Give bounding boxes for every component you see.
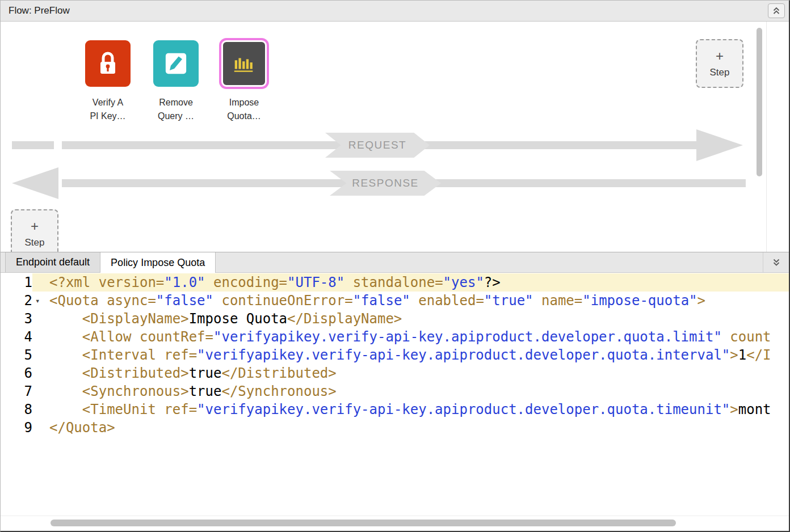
pencil-icon xyxy=(153,40,199,87)
code-text[interactable]: <DisplayName>Impose Quota</DisplayName> xyxy=(49,310,789,328)
plus-icon: + xyxy=(31,219,39,233)
code-line-7: 7 <Synchronous>true</Synchronous> xyxy=(1,382,789,400)
response-arrowhead-icon xyxy=(12,167,58,199)
code-text[interactable]: <Interval ref="verifyapikey.verify-api-k… xyxy=(49,346,789,364)
flow-canvas: REQUEST RESPONSE Verify API Key…RemoveQu… xyxy=(1,22,789,252)
policy-impose-quota[interactable]: ImposeQuota… xyxy=(217,40,271,123)
collapse-flow-panel-button[interactable] xyxy=(768,3,785,18)
code-text[interactable]: <Distributed>true</Distributed> xyxy=(49,364,789,382)
code-line-body: </Quota> xyxy=(32,419,789,437)
api-proxy-flow-editor: Flow: PreFlow REQUEST RESPONSE Verify AP… xyxy=(0,0,790,532)
line-number: 8 xyxy=(1,400,32,419)
tab-list: Endpoint defaultPolicy Impose Quota xyxy=(1,252,763,272)
policy-list: Verify API Key…RemoveQuery …ImposeQuota… xyxy=(81,40,271,123)
add-step-button-response[interactable]: + Step xyxy=(11,209,58,252)
code-text[interactable]: <TimeUnit ref="verifyapikey.verify-api-k… xyxy=(49,400,789,419)
code-line-9: 9</Quota> xyxy=(1,419,789,437)
flow-header: Flow: PreFlow xyxy=(1,1,789,22)
code-line-8: 8 <TimeUnit ref="verifyapikey.verify-api… xyxy=(1,400,789,419)
flow-scrollbar-track xyxy=(766,22,767,252)
tab-policy-impose-quota[interactable]: Policy Impose Quota xyxy=(100,252,216,273)
line-number: 3 xyxy=(1,310,32,328)
code-line-body: <Synchronous>true</Synchronous> xyxy=(32,382,789,400)
policy-verify-api-key[interactable]: Verify API Key… xyxy=(81,40,135,123)
code-line-body: ▾<Quota async="false" continueOnError="f… xyxy=(32,292,789,310)
policy-label: ImposeQuota… xyxy=(227,96,261,123)
code-text[interactable]: <Allow countRef="verifyapikey.verify-api… xyxy=(49,328,789,346)
code-text[interactable]: <?xml version="1.0" encoding="UTF-8" sta… xyxy=(49,273,789,292)
code-line-body: <Interval ref="verifyapikey.verify-api-k… xyxy=(32,346,789,364)
code-line-2: 2▾<Quota async="false" continueOnError="… xyxy=(1,292,789,310)
plus-icon: + xyxy=(716,49,724,63)
fold-gutter xyxy=(32,273,49,292)
code-line-1: 1<?xml version="1.0" encoding="UTF-8" st… xyxy=(1,273,789,292)
code-line-body: <TimeUnit ref="verifyapikey.verify-api-k… xyxy=(32,400,789,419)
code-text[interactable]: </Quota> xyxy=(49,419,789,437)
fold-gutter xyxy=(32,419,49,437)
code-line-body: <DisplayName>Impose Quota</DisplayName> xyxy=(32,310,789,328)
flow-title: Flow: PreFlow xyxy=(9,5,70,16)
line-number: 4 xyxy=(1,328,32,346)
fold-gutter xyxy=(32,364,49,382)
response-label: RESPONSE xyxy=(330,171,441,196)
code-lines: 1<?xml version="1.0" encoding="UTF-8" st… xyxy=(1,273,789,437)
line-number: 7 xyxy=(1,382,32,400)
policy-label: RemoveQuery … xyxy=(158,96,194,123)
request-flow-line-stub xyxy=(12,141,54,149)
policy-label: Verify API Key… xyxy=(90,96,125,123)
line-number: 5 xyxy=(1,346,32,364)
fold-gutter xyxy=(32,382,49,400)
add-step-button-request[interactable]: + Step xyxy=(696,39,743,88)
tab-endpoint-default[interactable]: Endpoint default xyxy=(5,252,100,272)
line-number: 1 xyxy=(1,273,32,292)
code-line-5: 5 <Interval ref="verifyapikey.verify-api… xyxy=(1,346,789,364)
code-line-body: <?xml version="1.0" encoding="UTF-8" sta… xyxy=(32,273,789,292)
request-arrowhead-icon xyxy=(696,129,743,161)
step-label: Step xyxy=(25,237,45,248)
code-text[interactable]: <Synchronous>true</Synchronous> xyxy=(49,382,789,400)
code-line-body: <Distributed>true</Distributed> xyxy=(32,364,789,382)
code-editor: 1<?xml version="1.0" encoding="UTF-8" st… xyxy=(1,273,789,531)
code-text[interactable]: <Quota async="false" continueOnError="fa… xyxy=(49,292,789,310)
flow-vertical-scrollbar[interactable] xyxy=(757,28,762,176)
lock-icon xyxy=(85,40,131,87)
fold-gutter xyxy=(32,346,49,364)
fold-toggle-icon[interactable]: ▾ xyxy=(32,292,49,310)
editor-horizontal-scrollbar[interactable] xyxy=(51,520,676,526)
chevron-double-down-icon xyxy=(772,259,781,267)
fold-gutter xyxy=(32,400,49,419)
code-line-3: 3 <DisplayName>Impose Quota</DisplayName… xyxy=(1,310,789,328)
fold-gutter xyxy=(32,310,49,328)
editor-hscroll-track xyxy=(1,516,789,516)
line-number: 6 xyxy=(1,364,32,382)
line-number: 9 xyxy=(1,419,32,437)
collapse-editor-panel-button[interactable] xyxy=(763,252,789,272)
code-line-4: 4 <Allow countRef="verifyapikey.verify-a… xyxy=(1,328,789,346)
step-label: Step xyxy=(710,67,730,78)
policy-remove-query-param[interactable]: RemoveQuery … xyxy=(149,40,203,123)
code-line-6: 6 <Distributed>true</Distributed> xyxy=(1,364,789,382)
chevron-double-up-icon xyxy=(772,7,781,15)
editor-tabbar: Endpoint defaultPolicy Impose Quota xyxy=(1,252,789,273)
code-line-body: <Allow countRef="verifyapikey.verify-api… xyxy=(32,328,789,346)
line-number: 2 xyxy=(1,292,32,310)
bar-chart-icon xyxy=(221,40,267,87)
fold-gutter xyxy=(32,328,49,346)
